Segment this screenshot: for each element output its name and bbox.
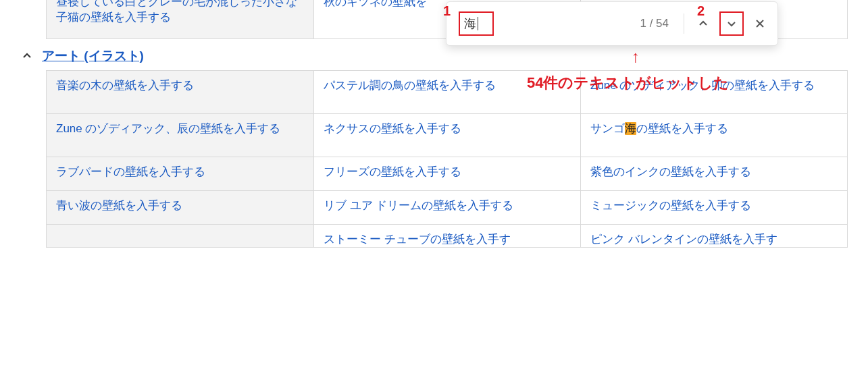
annotation-text: 54件のテキストがヒットした — [527, 73, 729, 93]
wallpaper-link[interactable]: 紫色のインクの壁紙を入手する — [590, 165, 751, 178]
table-row: ラブバードの壁紙を入手する フリーズの壁紙を入手する 紫色のインクの壁紙を入手す… — [47, 157, 848, 191]
find-input[interactable]: 海 — [459, 11, 494, 36]
wallpaper-link[interactable]: 青い波の壁紙を入手する — [56, 199, 182, 212]
wallpaper-link[interactable]: Zune のゾディアック、辰の壁紙を入手する — [56, 122, 280, 135]
chevron-up-icon[interactable] — [20, 49, 34, 63]
find-bar: 海 1 / 54 — [446, 1, 778, 46]
annotation-number-2: 2 — [697, 4, 705, 18]
wallpaper-link[interactable]: フリーズの壁紙を入手する — [324, 165, 461, 178]
annotation-number-1: 1 — [443, 4, 451, 18]
wallpaper-link[interactable]: サンゴ海の壁紙を入手する — [590, 122, 728, 135]
wallpaper-link[interactable]: ピンク バレンタインの壁紙を入手す — [590, 233, 777, 246]
wallpaper-link[interactable]: 音楽の木の壁紙を入手する — [56, 79, 194, 92]
table-row: 青い波の壁紙を入手する リブ ユア ドリームの壁紙を入手する ミュージックの壁紙… — [47, 191, 848, 225]
table-row: Zune のゾディアック、辰の壁紙を入手する ネクサスの壁紙を入手する サンゴ海… — [47, 114, 848, 157]
section-header: アート (イラスト) — [20, 47, 848, 65]
find-next-button[interactable] — [719, 11, 744, 36]
wallpaper-link[interactable]: ストーミー チューブの壁紙を入手す — [324, 233, 511, 246]
find-count: 1 / 54 — [640, 17, 669, 30]
wallpaper-link[interactable]: 秋のキツネの壁紙を — [324, 0, 427, 8]
search-highlight: 海 — [625, 122, 636, 135]
wallpaper-link[interactable]: パステル調の鳥の壁紙を入手する — [324, 79, 496, 92]
find-close-button[interactable] — [748, 11, 772, 36]
wallpaper-link[interactable]: 昼寝している白とグレーの毛が混じった小さな子猫の壁紙を入手する — [56, 0, 297, 24]
wallpaper-link[interactable]: ネクサスの壁紙を入手する — [324, 122, 461, 135]
wallpaper-link[interactable]: リブ ユア ドリームの壁紙を入手する — [324, 199, 513, 212]
annotation-arrow-icon: ↑ — [632, 49, 640, 65]
wallpaper-link[interactable]: ラブバードの壁紙を入手する — [56, 165, 205, 178]
wallpaper-link[interactable]: ミュージックの壁紙を入手する — [590, 199, 751, 212]
section-title-link[interactable]: アート (イラスト) — [42, 47, 144, 65]
table-row: ストーミー チューブの壁紙を入手す ピンク バレンタインの壁紙を入手す — [47, 225, 848, 248]
wallpaper-table: 音楽の木の壁紙を入手する パステル調の鳥の壁紙を入手する Zune のゾディアッ… — [46, 70, 848, 248]
